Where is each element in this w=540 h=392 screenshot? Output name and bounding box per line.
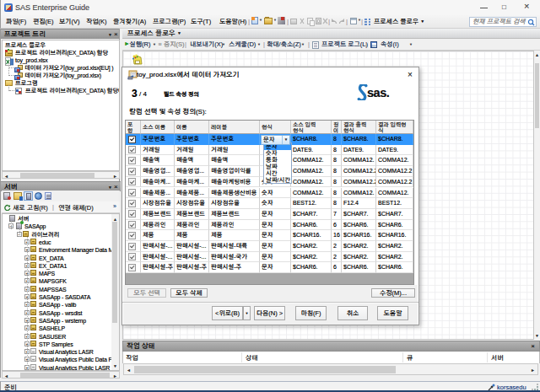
svg-text:sas.: sas. <box>367 86 390 99</box>
